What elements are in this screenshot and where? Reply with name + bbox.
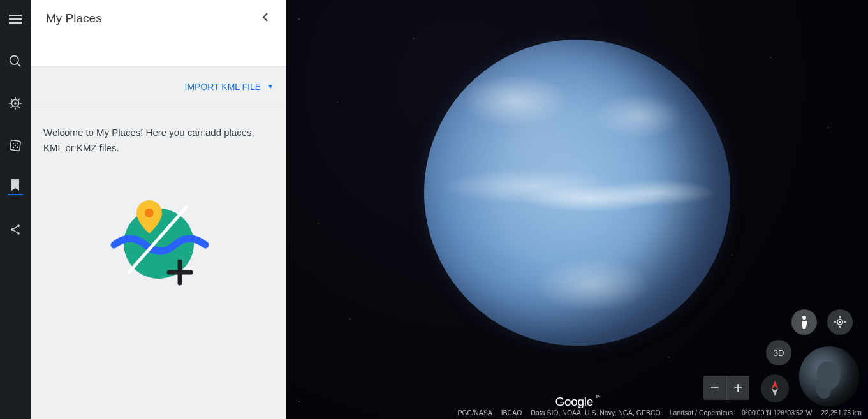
svg-point-24 — [802, 316, 806, 320]
panel-header: My Places — [31, 0, 286, 66]
toggle-3d-label: 3D — [774, 348, 784, 358]
svg-point-15 — [17, 147, 18, 148]
empty-state-illustration — [31, 173, 286, 295]
pointer-coordinates: 0°00'00"N 128°03'52"W — [742, 409, 812, 416]
import-kml-button[interactable]: IMPORT KML FILE ▼ — [31, 66, 286, 107]
svg-line-9 — [18, 99, 20, 101]
collapse-panel-chevron-icon[interactable] — [260, 11, 271, 26]
svg-point-16 — [17, 224, 20, 227]
panel-title: My Places — [46, 11, 102, 26]
svg-point-26 — [839, 321, 841, 323]
feeling-lucky-dice-icon[interactable] — [8, 138, 23, 153]
google-logo: Google IN — [555, 395, 600, 409]
svg-point-17 — [11, 228, 13, 231]
import-kml-label: IMPORT KML FILE — [185, 82, 261, 92]
svg-point-13 — [15, 145, 16, 146]
left-nav-rail — [0, 0, 31, 419]
my-places-bookmark-icon[interactable] — [8, 180, 23, 195]
zoom-in-button[interactable]: + — [727, 376, 750, 400]
svg-line-7 — [18, 107, 20, 108]
compass-button[interactable] — [761, 374, 789, 402]
svg-point-12 — [17, 143, 18, 144]
svg-point-21 — [145, 209, 154, 217]
svg-point-1 — [14, 102, 17, 105]
svg-marker-32 — [772, 388, 778, 396]
globe-earth[interactable] — [424, 40, 730, 346]
attribution-data: Data SIO, NOAA, U.S. Navy, NGA, GEBCO — [531, 409, 660, 416]
share-icon[interactable] — [8, 222, 23, 237]
pegman-streetview-button[interactable] — [791, 309, 817, 335]
svg-line-8 — [11, 107, 13, 108]
attribution-bar: PGC/NASA IBCAO Data SIO, NOAA, U.S. Navy… — [457, 409, 862, 416]
google-logo-region: IN — [596, 393, 600, 399]
welcome-message: Welcome to My Places! Here you can add p… — [31, 107, 286, 173]
svg-marker-31 — [772, 381, 778, 388]
attribution-ibcao: IBCAO — [501, 409, 522, 416]
map-viewport[interactable]: 3D − + Google IN PGC/NASA IBCAO Data SIO… — [286, 0, 868, 419]
voyager-wheel-icon[interactable] — [8, 96, 23, 111]
my-location-button[interactable] — [827, 309, 853, 335]
search-icon[interactable] — [8, 54, 23, 69]
zoom-control: − + — [703, 376, 749, 400]
svg-point-11 — [13, 143, 14, 144]
svg-point-14 — [13, 147, 14, 148]
google-logo-text: Google — [555, 395, 593, 409]
attribution-imagery: Landsat / Copernicus — [670, 409, 733, 416]
svg-line-6 — [11, 99, 13, 101]
svg-point-18 — [17, 232, 20, 235]
eye-altitude: 22,251.75 km — [821, 409, 862, 416]
my-places-panel: My Places IMPORT KML FILE ▼ Welcome to M… — [31, 0, 286, 419]
menu-icon[interactable] — [8, 11, 23, 27]
overview-mini-globe[interactable] — [799, 346, 859, 406]
zoom-out-button[interactable]: − — [703, 376, 727, 400]
dropdown-triangle-icon: ▼ — [267, 83, 274, 90]
toggle-3d-button[interactable]: 3D — [766, 340, 791, 365]
attribution-pgc: PGC/NASA — [457, 409, 492, 416]
